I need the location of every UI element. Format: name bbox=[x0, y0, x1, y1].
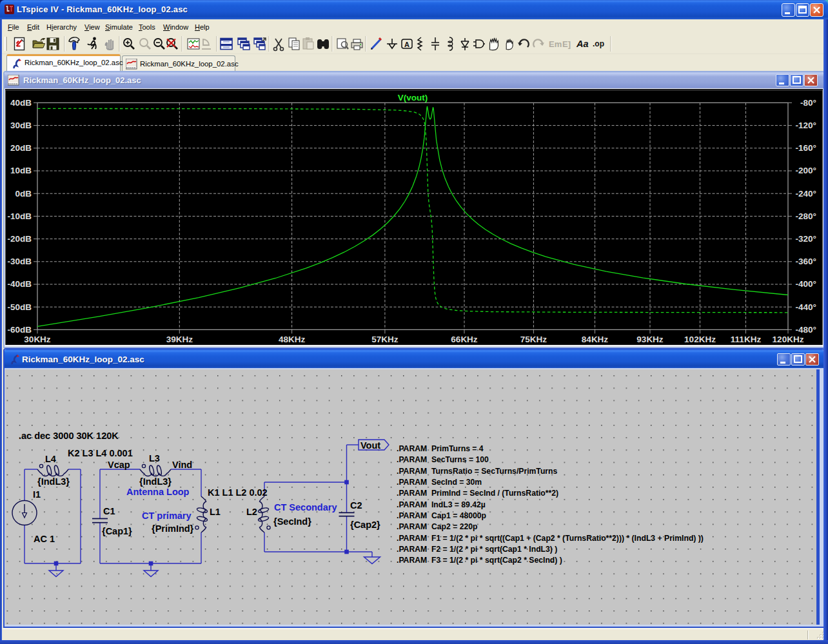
svg-text:.PARAM Cap2 = 220p: .PARAM Cap2 = 220p bbox=[397, 522, 477, 531]
svg-text:84KHz: 84KHz bbox=[582, 335, 609, 344]
svg-text:CT primary: CT primary bbox=[142, 511, 192, 521]
svg-text:102KHz: 102KHz bbox=[684, 335, 716, 344]
svg-text:CT Secondary: CT Secondary bbox=[274, 502, 337, 512]
svg-text:L2: L2 bbox=[246, 507, 257, 517]
svg-text:K2 L3 L4 0.001: K2 L3 L4 0.001 bbox=[68, 448, 133, 458]
svg-text:.PARAM PrimTurns = 4: .PARAM PrimTurns = 4 bbox=[397, 444, 484, 453]
svg-text:.PARAM Cap1 = 48000p: .PARAM Cap1 = 48000p bbox=[397, 511, 486, 520]
svg-text:0dB: 0dB bbox=[15, 189, 32, 199]
svg-text:-480°: -480° bbox=[796, 325, 816, 335]
svg-text:30dB: 30dB bbox=[10, 121, 32, 130]
svg-text:.PARAM IndL3 = 89.42µ: .PARAM IndL3 = 89.42µ bbox=[397, 500, 486, 509]
svg-text:.PARAM F2 = 1/(2 * pi * sqrt(: .PARAM F2 = 1/(2 * pi * sqrt(Cap1 * IndL… bbox=[397, 545, 557, 554]
svg-text:L4: L4 bbox=[45, 454, 56, 464]
svg-text:E]: E] bbox=[562, 39, 571, 49]
svg-text:.PARAM SecTurns = 100: .PARAM SecTurns = 100 bbox=[397, 455, 489, 464]
svg-text:39KHz: 39KHz bbox=[166, 335, 193, 344]
svg-text:66KHz: 66KHz bbox=[451, 335, 478, 344]
svg-text:L1: L1 bbox=[210, 507, 221, 517]
svg-text:-360°: -360° bbox=[796, 257, 816, 266]
svg-text:{Cap2}: {Cap2} bbox=[350, 520, 380, 530]
svg-text:10dB: 10dB bbox=[10, 166, 32, 176]
svg-text:-320°: -320° bbox=[796, 234, 816, 244]
svg-text:Em: Em bbox=[549, 39, 562, 49]
svg-text:{IndL3}: {IndL3} bbox=[139, 476, 172, 487]
svg-text:.PARAM SecInd = 30m: .PARAM SecInd = 30m bbox=[397, 478, 482, 487]
svg-text:48KHz: 48KHz bbox=[279, 335, 306, 344]
svg-text:.PARAM TurnsRatio = SecTurns/: .PARAM TurnsRatio = SecTurns/PrimTurns bbox=[397, 467, 558, 476]
svg-text:A: A bbox=[404, 41, 409, 48]
svg-text:{IndL3}: {IndL3} bbox=[37, 476, 70, 487]
svg-text:20dB: 20dB bbox=[10, 143, 32, 153]
svg-text:-20dB: -20dB bbox=[7, 234, 32, 244]
svg-text:-400°: -400° bbox=[796, 280, 816, 289]
svg-text:.op: .op bbox=[593, 39, 604, 48]
svg-text:Vout: Vout bbox=[360, 440, 380, 451]
svg-text:.ac dec 3000 30K 120K: .ac dec 3000 30K 120K bbox=[19, 431, 119, 441]
svg-text:.PARAM PrimInd = SecInd / (Tu: .PARAM PrimInd = SecInd / (TurnsRatio**2… bbox=[397, 489, 558, 498]
svg-text:40dB: 40dB bbox=[10, 98, 32, 108]
svg-text:-40dB: -40dB bbox=[7, 280, 32, 289]
svg-text:-200°: -200° bbox=[796, 166, 816, 176]
svg-text:-50dB: -50dB bbox=[7, 302, 32, 312]
svg-text:-120°: -120° bbox=[796, 121, 816, 130]
svg-text:{SecInd}: {SecInd} bbox=[273, 516, 311, 527]
svg-text:C1: C1 bbox=[103, 506, 115, 516]
svg-text:-80°: -80° bbox=[800, 98, 816, 108]
svg-text:-60dB: -60dB bbox=[7, 325, 32, 335]
svg-text:57KHz: 57KHz bbox=[371, 335, 399, 344]
svg-text:-280°: -280° bbox=[796, 211, 816, 221]
svg-text:Antenna Loop: Antenna Loop bbox=[126, 487, 190, 497]
svg-text:-160°: -160° bbox=[796, 143, 816, 153]
svg-text:{Cap1}: {Cap1} bbox=[102, 526, 132, 536]
svg-text:L3: L3 bbox=[149, 453, 160, 463]
svg-text:-440°: -440° bbox=[796, 302, 816, 312]
svg-text:-240°: -240° bbox=[796, 189, 816, 199]
svg-text:111KHz: 111KHz bbox=[731, 335, 762, 344]
svg-text:120KHz: 120KHz bbox=[773, 335, 804, 344]
svg-text:Vind: Vind bbox=[172, 460, 192, 470]
svg-text:I1: I1 bbox=[33, 489, 41, 500]
svg-text:30KHz: 30KHz bbox=[24, 335, 51, 344]
svg-text:.PARAM F1 = 1/(2 * pi * sqrt(: .PARAM F1 = 1/(2 * pi * sqrt((Cap1 + (Ca… bbox=[397, 534, 704, 543]
svg-text:Vcap: Vcap bbox=[108, 460, 130, 470]
svg-text:K1 L1 L2 0.02: K1 L1 L2 0.02 bbox=[208, 487, 268, 498]
svg-text:V(vout): V(vout) bbox=[398, 93, 428, 102]
svg-text:75KHz: 75KHz bbox=[520, 335, 547, 344]
svg-text:C2: C2 bbox=[350, 500, 362, 511]
svg-text:Aa: Aa bbox=[576, 39, 589, 49]
svg-text:AC 1: AC 1 bbox=[34, 534, 55, 544]
svg-text:.PARAM F3 = 1/(2 * pi * sqrt(: .PARAM F3 = 1/(2 * pi * sqrt(Cap2 * SecI… bbox=[397, 556, 562, 565]
svg-text:-30dB: -30dB bbox=[7, 257, 32, 266]
svg-text:{PrimInd}: {PrimInd} bbox=[152, 523, 194, 534]
svg-text:93KHz: 93KHz bbox=[636, 335, 664, 344]
svg-text:-10dB: -10dB bbox=[7, 211, 32, 221]
